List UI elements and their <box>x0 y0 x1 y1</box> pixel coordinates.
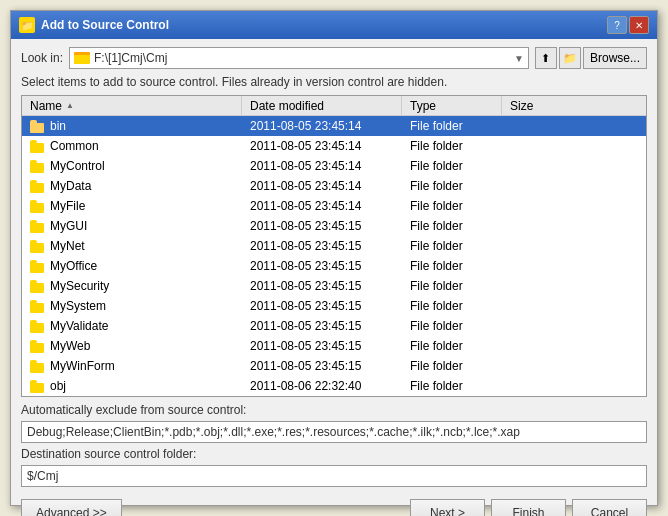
file-type: File folder <box>402 319 502 333</box>
file-date: 2011-08-06 22:32:40 <box>242 379 402 393</box>
table-row[interactable]: bin 2011-08-05 23:45:14 File folder <box>22 116 646 136</box>
col-date-header[interactable]: Date modified <box>242 96 402 115</box>
col-name-header[interactable]: Name ▲ <box>22 96 242 115</box>
dest-value[interactable]: $/Cmj <box>21 465 647 487</box>
finish-button[interactable]: Finish <box>491 499 566 516</box>
file-date: 2011-08-05 23:45:15 <box>242 339 402 353</box>
file-date: 2011-08-05 23:45:14 <box>242 159 402 173</box>
file-name: Common <box>22 139 242 153</box>
back-button[interactable]: ⬆ <box>535 47 557 69</box>
look-in-path: F:\[1]Cmj\Cmj <box>94 51 510 65</box>
table-row[interactable]: Common 2011-08-05 23:45:14 File folder <box>22 136 646 156</box>
file-name: MyFile <box>22 199 242 213</box>
file-date: 2011-08-05 23:45:15 <box>242 239 402 253</box>
folder-icon <box>30 300 46 313</box>
file-type: File folder <box>402 179 502 193</box>
file-date: 2011-08-05 23:45:14 <box>242 179 402 193</box>
file-name: MyNet <box>22 239 242 253</box>
sort-arrow-icon: ▲ <box>66 101 74 110</box>
file-date: 2011-08-05 23:45:15 <box>242 299 402 313</box>
close-button[interactable]: ✕ <box>629 16 649 34</box>
button-row: Advanced >> Next > Finish Cancel <box>21 493 647 516</box>
title-bar-left: 📁 Add to Source Control <box>19 17 169 33</box>
table-row[interactable]: MyNet 2011-08-05 23:45:15 File folder <box>22 236 646 256</box>
file-type: File folder <box>402 359 502 373</box>
folder-icon <box>30 200 46 213</box>
file-type: File folder <box>402 259 502 273</box>
folder-icon <box>30 180 46 193</box>
file-list: Name ▲ Date modified Type Size bin 2011 <box>21 95 647 397</box>
file-date: 2011-08-05 23:45:15 <box>242 279 402 293</box>
folder-icon <box>30 260 46 273</box>
col-type-header[interactable]: Type <box>402 96 502 115</box>
table-row[interactable]: MyFile 2011-08-05 23:45:14 File folder <box>22 196 646 216</box>
title-bar: 📁 Add to Source Control ? ✕ <box>11 11 657 39</box>
file-type: File folder <box>402 199 502 213</box>
file-name: MyValidate <box>22 319 242 333</box>
table-row[interactable]: MyValidate 2011-08-05 23:45:15 File fold… <box>22 316 646 336</box>
file-list-header: Name ▲ Date modified Type Size <box>22 96 646 116</box>
folder-icon <box>74 52 90 64</box>
file-date: 2011-08-05 23:45:15 <box>242 319 402 333</box>
btn-right: Next > Finish Cancel <box>410 499 647 516</box>
file-date: 2011-08-05 23:45:14 <box>242 139 402 153</box>
file-date: 2011-08-05 23:45:14 <box>242 199 402 213</box>
folder-icon <box>30 240 46 253</box>
table-row[interactable]: MyWinForm 2011-08-05 23:45:15 File folde… <box>22 356 646 376</box>
file-name: bin <box>22 119 242 133</box>
file-type: File folder <box>402 139 502 153</box>
table-row[interactable]: MySecurity 2011-08-05 23:45:15 File fold… <box>22 276 646 296</box>
table-row[interactable]: MyControl 2011-08-05 23:45:14 File folde… <box>22 156 646 176</box>
folder-icon <box>30 380 46 393</box>
file-name: obj <box>22 379 242 393</box>
file-type: File folder <box>402 299 502 313</box>
look-in-label: Look in: <box>21 51 63 65</box>
file-name: MySecurity <box>22 279 242 293</box>
table-row[interactable]: MySystem 2011-08-05 23:45:15 File folder <box>22 296 646 316</box>
file-name: MyData <box>22 179 242 193</box>
file-type: File folder <box>402 339 502 353</box>
instruction-text: Select items to add to source control. F… <box>21 75 647 89</box>
table-row[interactable]: MyGUI 2011-08-05 23:45:15 File folder <box>22 216 646 236</box>
browse-button[interactable]: Browse... <box>583 47 647 69</box>
look-in-row: Look in: F:\[1]Cmj\Cmj ▼ ⬆ 📁 Browse... <box>21 47 647 69</box>
new-folder-button[interactable]: 📁 <box>559 47 581 69</box>
file-date: 2011-08-05 23:45:15 <box>242 259 402 273</box>
look-in-buttons: ⬆ 📁 Browse... <box>535 47 647 69</box>
table-row[interactable]: obj 2011-08-06 22:32:40 File folder <box>22 376 646 396</box>
file-name: MyGUI <box>22 219 242 233</box>
col-size-header[interactable]: Size <box>502 96 646 115</box>
help-button[interactable]: ? <box>607 16 627 34</box>
file-type: File folder <box>402 219 502 233</box>
file-name: MyOffice <box>22 259 242 273</box>
title-bar-controls: ? ✕ <box>607 16 649 34</box>
bottom-section: Automatically exclude from source contro… <box>21 403 647 487</box>
dialog: 📁 Add to Source Control ? ✕ Look in: F:\… <box>10 10 658 506</box>
folder-icon <box>30 120 46 133</box>
exclude-value: Debug;Release;ClientBin;*.pdb;*.obj;*.dl… <box>21 421 647 443</box>
file-list-body: bin 2011-08-05 23:45:14 File folder Comm… <box>22 116 646 396</box>
next-button[interactable]: Next > <box>410 499 485 516</box>
folder-icon <box>30 160 46 173</box>
app-icon: 📁 <box>19 17 35 33</box>
look-in-combo[interactable]: F:\[1]Cmj\Cmj ▼ <box>69 47 529 69</box>
file-type: File folder <box>402 159 502 173</box>
dropdown-arrow-icon: ▼ <box>514 53 524 64</box>
browse-label: Browse... <box>590 51 640 65</box>
file-name: MyWeb <box>22 339 242 353</box>
exclude-label: Automatically exclude from source contro… <box>21 403 647 417</box>
file-type: File folder <box>402 279 502 293</box>
advanced-button[interactable]: Advanced >> <box>21 499 122 516</box>
folder-icon <box>30 360 46 373</box>
folder-icon <box>30 340 46 353</box>
file-type: File folder <box>402 379 502 393</box>
file-date: 2011-08-05 23:45:14 <box>242 119 402 133</box>
folder-icon <box>30 280 46 293</box>
table-row[interactable]: MyOffice 2011-08-05 23:45:15 File folder <box>22 256 646 276</box>
file-type: File folder <box>402 239 502 253</box>
cancel-button[interactable]: Cancel <box>572 499 647 516</box>
table-row[interactable]: MyWeb 2011-08-05 23:45:15 File folder <box>22 336 646 356</box>
table-row[interactable]: MyData 2011-08-05 23:45:14 File folder <box>22 176 646 196</box>
file-date: 2011-08-05 23:45:15 <box>242 219 402 233</box>
file-name: MySystem <box>22 299 242 313</box>
